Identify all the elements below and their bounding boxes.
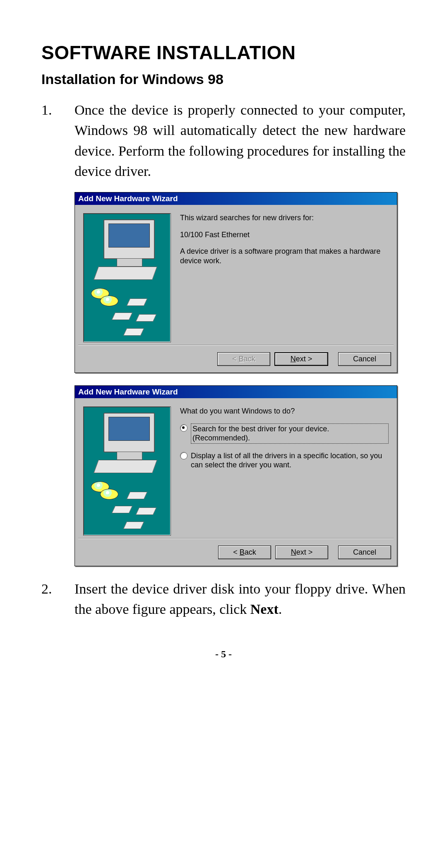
cancel-button[interactable]: Cancel <box>338 546 391 559</box>
step-2: 2. Insert the device driver disk into yo… <box>41 579 406 620</box>
wizard-content: This wizard searches for new drivers for… <box>180 213 389 342</box>
step-text: Once the device is properly connected to… <box>74 100 406 181</box>
wizard-intro-text: This wizard searches for new drivers for… <box>180 213 389 223</box>
wizard-side-image <box>83 213 171 342</box>
radio-option-list[interactable]: Display a list of all the drivers in a s… <box>180 451 389 470</box>
page-subtitle: Installation for Windows 98 <box>41 71 406 87</box>
wizard-question: What do you want Windows to do? <box>180 406 389 416</box>
back-button: < Back <box>217 352 270 366</box>
radio-icon <box>180 452 187 459</box>
cancel-button[interactable]: Cancel <box>338 352 391 366</box>
back-button[interactable]: < Back <box>218 546 271 559</box>
wizard-content: What do you want Windows to do? Search f… <box>180 406 389 536</box>
wizard-dialog-2: Add New Hardware Wizard What do you want… <box>74 385 397 566</box>
wizard-side-image <box>83 406 171 536</box>
wizard-dialog-1: Add New Hardware Wizard This wizard sear… <box>74 192 397 373</box>
step-number: 1. <box>41 100 74 181</box>
next-button[interactable]: Next > <box>274 352 328 366</box>
step-text: Insert the device driver disk into your … <box>74 579 406 620</box>
page-title: SOFTWARE INSTALLATION <box>41 41 406 64</box>
step-1: 1. Once the device is properly connected… <box>41 100 406 181</box>
radio-icon <box>180 424 187 432</box>
wizard-description: A device driver is a software program th… <box>180 247 389 265</box>
radio-label: Display a list of all the drivers in a s… <box>191 451 389 470</box>
wizard-titlebar: Add New Hardware Wizard <box>75 192 397 205</box>
radio-option-recommended[interactable]: Search for the best driver for your devi… <box>180 423 389 444</box>
wizard-titlebar: Add New Hardware Wizard <box>75 386 397 398</box>
page-number: - 5 - <box>41 649 406 660</box>
radio-label: Search for the best driver for your devi… <box>191 423 389 444</box>
detected-device-name: 10/100 Fast Ethernet <box>180 230 389 240</box>
step-number: 2. <box>41 579 74 620</box>
next-button[interactable]: Next > <box>275 546 328 559</box>
